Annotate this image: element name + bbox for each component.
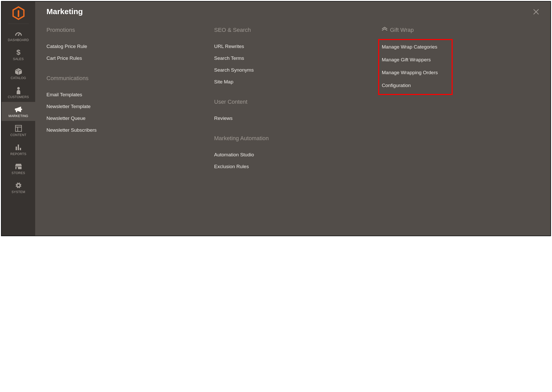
close-icon	[533, 9, 539, 15]
giftwrap-icon	[382, 27, 387, 33]
menu-link-newsletter-template[interactable]: Newsletter Template	[46, 101, 204, 112]
svg-marker-9	[15, 107, 21, 112]
flyout-col-2: SEO & Search URL Rewrites Search Terms S…	[214, 27, 372, 183]
section-heading-communications: Communications	[46, 75, 204, 82]
sidebar-label: SYSTEM	[12, 190, 25, 194]
magento-logo[interactable]	[12, 2, 25, 24]
giftwrap-highlight: Manage Wrap Categories Manage Gift Wrapp…	[378, 39, 453, 95]
dollar-icon: $	[16, 49, 21, 56]
section-heading-giftwrap: Gift Wrap	[382, 27, 539, 33]
gauge-icon	[15, 30, 22, 37]
layout-icon	[15, 125, 22, 132]
person-icon	[16, 87, 21, 94]
sidebar-divider	[8, 24, 29, 24]
menu-link-manage-wrap-categories[interactable]: Manage Wrap Categories	[382, 41, 449, 53]
gear-icon	[15, 181, 22, 189]
svg-rect-12	[15, 125, 22, 131]
menu-link-automation-studio[interactable]: Automation Studio	[214, 149, 372, 161]
svg-point-22	[17, 184, 20, 186]
box-icon	[15, 68, 22, 75]
storefront-icon	[15, 162, 22, 170]
menu-link-exclusion-rules[interactable]: Exclusion Rules	[214, 161, 372, 173]
menu-link-catalog-price-rule[interactable]: Catalog Price Rule	[46, 41, 204, 52]
svg-rect-16	[18, 145, 19, 150]
flyout-col-3: Gift Wrap Manage Wrap Categories Manage …	[382, 27, 539, 183]
section-communications: Communications Email Templates Newslette…	[46, 75, 204, 136]
svg-point-8	[17, 87, 20, 90]
sidebar-item-content[interactable]: CONTENT	[2, 121, 35, 140]
svg-rect-19	[15, 166, 22, 167]
svg-rect-17	[20, 148, 21, 150]
section-heading-promotions: Promotions	[46, 27, 204, 33]
close-button[interactable]	[533, 9, 539, 16]
section-heading-automation: Marketing Automation	[214, 135, 372, 142]
menu-link-manage-gift-wrappers[interactable]: Manage Gift Wrappers	[382, 53, 449, 66]
menu-link-cart-price-rules[interactable]: Cart Price Rules	[46, 52, 204, 64]
sidebar-item-catalog[interactable]: CATALOG	[2, 64, 35, 83]
admin-sidebar: DASHBOARD $ SALES CATALOG CUSTOMERS	[2, 2, 35, 236]
megaphone-icon	[14, 106, 23, 113]
sidebar-label: CATALOG	[11, 76, 26, 80]
svg-marker-1	[18, 10, 19, 17]
sidebar-label: CONTENT	[10, 133, 26, 137]
menu-link-reviews[interactable]: Reviews	[214, 112, 372, 124]
marketing-flyout-panel: Marketing Promotions Catalog Price Rule …	[35, 2, 550, 236]
sidebar-label: CUSTOMERS	[8, 95, 29, 99]
svg-text:$: $	[16, 49, 21, 56]
menu-link-newsletter-queue[interactable]: Newsletter Queue	[46, 112, 204, 124]
menu-link-manage-wrapping-orders[interactable]: Manage Wrapping Orders	[382, 66, 449, 79]
sidebar-item-marketing[interactable]: MARKETING	[2, 102, 35, 121]
sidebar-label: DASHBOARD	[8, 38, 29, 42]
menu-link-site-map[interactable]: Site Map	[214, 76, 372, 88]
menu-link-search-terms[interactable]: Search Terms	[214, 52, 372, 64]
section-heading-usercontent: User Content	[214, 99, 372, 105]
sidebar-item-reports[interactable]: REPORTS	[2, 140, 35, 159]
svg-rect-20	[16, 167, 18, 169]
svg-rect-15	[16, 147, 17, 150]
menu-link-newsletter-subscribers[interactable]: Newsletter Subscribers	[46, 124, 204, 136]
flyout-col-1: Promotions Catalog Price Rule Cart Price…	[46, 27, 204, 183]
section-user-content: User Content Reviews	[214, 99, 372, 124]
sidebar-label: MARKETING	[8, 114, 28, 118]
menu-link-configuration[interactable]: Configuration	[382, 79, 449, 92]
admin-frame: DASHBOARD $ SALES CATALOG CUSTOMERS	[1, 1, 551, 236]
sidebar-label: SALES	[13, 57, 24, 61]
section-promotions: Promotions Catalog Price Rule Cart Price…	[46, 27, 204, 64]
svg-rect-10	[21, 109, 22, 110]
menu-link-email-templates[interactable]: Email Templates	[46, 89, 204, 101]
sidebar-label: STORES	[12, 171, 25, 175]
menu-link-search-synonyms[interactable]: Search Synonyms	[214, 64, 372, 76]
menu-link-url-rewrites[interactable]: URL Rewrites	[214, 41, 372, 52]
sidebar-item-sales[interactable]: $ SALES	[2, 45, 35, 64]
svg-rect-11	[16, 110, 17, 112]
sidebar-nav: DASHBOARD $ SALES CATALOG CUSTOMERS	[2, 26, 35, 197]
sidebar-item-customers[interactable]: CUSTOMERS	[2, 83, 35, 102]
flyout-title: Marketing	[46, 7, 539, 16]
sidebar-label: REPORTS	[10, 152, 26, 156]
sidebar-item-system[interactable]: SYSTEM	[2, 178, 35, 197]
sidebar-item-dashboard[interactable]: DASHBOARD	[2, 26, 35, 45]
section-seo-search: SEO & Search URL Rewrites Search Terms S…	[214, 27, 372, 88]
section-marketing-automation: Marketing Automation Automation Studio E…	[214, 135, 372, 173]
bar-chart-icon	[15, 144, 22, 151]
section-heading-seo: SEO & Search	[214, 27, 372, 33]
section-gift-wrap: Gift Wrap Manage Wrap Categories Manage …	[382, 27, 539, 95]
section-heading-text: Gift Wrap	[390, 27, 414, 33]
sidebar-item-stores[interactable]: STORES	[2, 159, 35, 178]
flyout-columns: Promotions Catalog Price Rule Cart Price…	[46, 27, 539, 183]
